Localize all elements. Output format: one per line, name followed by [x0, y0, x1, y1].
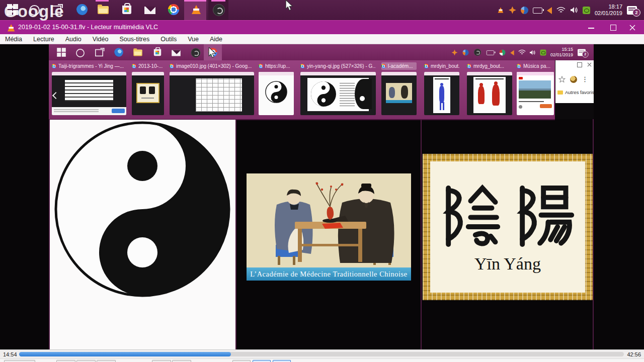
file-explorer-icon[interactable] — [98, 4, 110, 16]
tab-preview-thumbnail[interactable] — [467, 72, 512, 115]
action-center-icon: 2 — [578, 49, 586, 56]
minimize-button[interactable] — [584, 23, 599, 33]
calligraphy-frame: Yīn Yáng — [423, 154, 593, 300]
running-indicator — [96, 0, 109, 2]
close-icon[interactable] — [587, 62, 592, 67]
hanzi-blob — [149, 86, 155, 94]
tray-avast-icon[interactable] — [509, 7, 516, 14]
tab-preview-mrdyin[interactable]: mrdyin_bout... — [424, 62, 459, 117]
menu-soustitres[interactable]: Sous-titres — [119, 36, 149, 43]
next-button[interactable] — [97, 360, 116, 362]
tab-preview-thumbnail[interactable] — [259, 72, 294, 115]
vlc-window-icon — [8, 24, 15, 31]
mouse-cursor — [285, 0, 295, 11]
volume-mixer-icon[interactable] — [547, 7, 552, 14]
chrome-favicon — [132, 64, 136, 68]
action-center-icon[interactable]: 2 — [627, 6, 637, 15]
tab-preview-thumbnail[interactable] — [52, 72, 126, 115]
battery-icon[interactable] — [533, 8, 542, 14]
close-button[interactable] — [625, 23, 640, 33]
vlc-titlebar[interactable]: 2019-01-02 15-00-31.flv - Lecteur multim… — [0, 20, 644, 35]
store-icon[interactable] — [121, 4, 133, 16]
tray-time: 15:15 — [561, 47, 573, 52]
tab-preview-thumbnail[interactable] — [300, 72, 376, 115]
chrome-favicon — [259, 64, 263, 68]
maximize-icon[interactable] — [577, 62, 582, 67]
edge-icon[interactable] — [76, 4, 89, 16]
mail-icon[interactable] — [144, 4, 156, 16]
recorded-obs-icon — [190, 47, 201, 58]
partial-yinyang-dot — [360, 96, 365, 101]
clock[interactable]: 18:1702/01/2019 — [595, 4, 622, 17]
random-button-active[interactable] — [273, 360, 291, 362]
nvidia-icon[interactable] — [583, 7, 590, 14]
obs-disc-icon — [191, 48, 200, 57]
speaker-icon[interactable] — [570, 7, 578, 14]
loop-button-active[interactable] — [253, 360, 271, 362]
tab-preview-thumbnail[interactable] — [424, 72, 459, 115]
menu-vue[interactable]: Vue — [188, 36, 199, 43]
extended-settings-button[interactable] — [172, 360, 191, 362]
trigram-page-sheet — [65, 80, 113, 101]
tab-preview-image010[interactable]: image010.jpg (401×302) - Goog... — [170, 62, 254, 117]
tab-preview-mrdyg[interactable]: mrdyg_bout... — [467, 62, 512, 117]
previous-button[interactable] — [56, 360, 75, 362]
other-bookmarks[interactable]: Autres favoris — [557, 89, 594, 95]
store-bag-icon — [122, 6, 131, 14]
tab-preview-musica[interactable]: Música pa... — [517, 62, 554, 117]
envelope-icon — [144, 7, 155, 14]
window-controls — [577, 62, 592, 67]
seek-slider[interactable] — [19, 352, 624, 356]
menu-lecture[interactable]: Lecture — [33, 36, 54, 43]
mini-window-chrome — [170, 72, 254, 75]
volume-mixer-icon — [510, 50, 514, 55]
recorded-edge-icon — [113, 47, 124, 58]
tab-preview-taiji-trigrammes[interactable]: Taiji-trigrammes - Yi Jing —... — [52, 62, 126, 117]
panel-separator — [421, 119, 422, 349]
tab-preview-thumbnail[interactable] — [132, 72, 164, 115]
bookmark-star-icon[interactable] — [558, 76, 566, 82]
edge-logo-icon — [76, 4, 88, 15]
recorded-start-icon — [56, 47, 67, 58]
menu-media[interactable]: Média — [5, 36, 22, 43]
tab-preview-thumbnail[interactable] — [170, 72, 254, 115]
panel-separator — [235, 119, 236, 349]
vlc-icon[interactable] — [190, 4, 202, 16]
figure-blob — [401, 85, 408, 99]
windows-logo-icon — [57, 48, 66, 57]
menu-audio[interactable]: Audio — [65, 36, 82, 43]
menu-aide[interactable]: Aide — [210, 36, 222, 43]
tab-preview-https-up[interactable]: https://up... — [259, 62, 294, 117]
maximize-button[interactable] — [606, 23, 621, 33]
tray-app-icon[interactable] — [521, 7, 528, 14]
tab-preview-title: https://up... — [265, 63, 290, 69]
mini-window-chrome — [52, 72, 126, 75]
yin-yang-icon — [265, 81, 287, 103]
tray-vlc-icon[interactable] — [498, 8, 504, 13]
menu-dots-icon[interactable]: ⋮ — [582, 75, 588, 83]
panel-separator — [593, 119, 594, 349]
play-button[interactable] — [4, 360, 35, 362]
tab-preview-2013-10[interactable]: 2013-10-... — [132, 62, 164, 117]
playlist-button[interactable] — [232, 360, 251, 362]
tab-preview-thumbnail[interactable] — [517, 72, 554, 115]
tab-preview-thumbnail[interactable] — [381, 72, 417, 115]
tab-preview-academie[interactable]: l-académ... — [381, 62, 417, 117]
chrome-favicon — [52, 64, 56, 68]
tab-preview-yin-yang-qi[interactable]: yin-yang-qi.jpg (527×326) - G... — [300, 62, 376, 117]
wifi-icon[interactable] — [556, 7, 566, 14]
menu-outils[interactable]: Outils — [160, 36, 177, 43]
video-canvas[interactable]: 15:1502/01/2019 2 Taiji-trigrammes - Yi … — [0, 44, 644, 349]
vlc-cone-icon — [192, 5, 201, 14]
recorder-icon[interactable] — [213, 4, 225, 16]
fullscreen-button[interactable] — [152, 360, 171, 362]
notif-line — [628, 8, 635, 9]
menu-video[interactable]: Vidéo — [93, 36, 109, 43]
folder-icon — [98, 6, 109, 14]
stop-button[interactable] — [76, 360, 96, 362]
cookie-banner — [52, 107, 126, 115]
profile-avatar[interactable] — [570, 76, 577, 83]
recorded-folder-icon — [132, 47, 143, 58]
chrome-icon[interactable] — [168, 4, 180, 16]
notification-badge: 2 — [632, 9, 640, 17]
